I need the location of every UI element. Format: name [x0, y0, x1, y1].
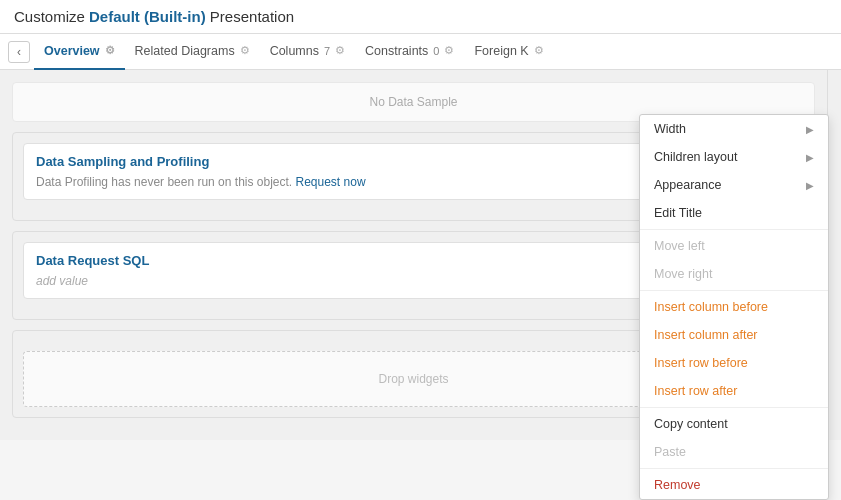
tab-columns-count: 7: [324, 45, 330, 57]
menu-item-move-left: Move left: [640, 232, 828, 260]
menu-item-remove[interactable]: Remove: [640, 471, 828, 499]
tab-columns-gear[interactable]: ⚙: [335, 44, 345, 57]
tab-nav-back[interactable]: ‹: [8, 41, 30, 63]
tab-constraints-gear[interactable]: ⚙: [444, 44, 454, 57]
tab-related-diagrams-gear[interactable]: ⚙: [240, 44, 250, 57]
tab-related-diagrams-label: Related Diagrams: [135, 44, 235, 58]
header-bold: Default (Built-in): [89, 8, 206, 25]
tab-columns[interactable]: Columns 7 ⚙: [260, 34, 355, 70]
menu-item-arrow-appearance: ▶: [806, 180, 814, 191]
tab-overview[interactable]: Overview ⚙: [34, 34, 125, 70]
tab-constraints-count: 0: [433, 45, 439, 57]
menu-item-appearance[interactable]: Appearance▶: [640, 171, 828, 199]
menu-item-label-width: Width: [654, 122, 686, 136]
menu-item-paste: Paste: [640, 438, 828, 466]
menu-item-label-insert-col-before: Insert column before: [654, 300, 768, 314]
menu-item-arrow-width: ▶: [806, 124, 814, 135]
menu-item-label-insert-row-before: Insert row before: [654, 356, 748, 370]
tab-overview-gear[interactable]: ⚙: [105, 44, 115, 57]
menu-item-label-move-left: Move left: [654, 239, 705, 253]
header-prefix: Customize: [14, 8, 89, 25]
tab-constraints-label: Constraints: [365, 44, 428, 58]
menu-item-arrow-children-layout: ▶: [806, 152, 814, 163]
tab-foreign-k-label: Foreign K: [474, 44, 528, 58]
divider3: [640, 407, 828, 408]
tab-foreign-k[interactable]: Foreign K ⚙: [464, 34, 553, 70]
menu-item-edit-title[interactable]: Edit Title: [640, 199, 828, 227]
main-wrapper: No Data Sample ⚙ ⚙ Data Sampling and Pro…: [0, 70, 841, 440]
no-data-sample-text: No Data Sample: [369, 95, 457, 109]
menu-item-children-layout[interactable]: Children layout▶: [640, 143, 828, 171]
menu-item-label-move-right: Move right: [654, 267, 712, 281]
right-scrollbar[interactable]: [827, 70, 841, 440]
menu-item-insert-col-after[interactable]: Insert column after: [640, 321, 828, 349]
menu-item-insert-row-after[interactable]: Insert row after: [640, 377, 828, 405]
divider2: [640, 290, 828, 291]
tab-foreign-k-gear[interactable]: ⚙: [534, 44, 544, 57]
divider1: [640, 229, 828, 230]
drop-zone-text: Drop widgets: [378, 372, 448, 386]
tabs-bar: ‹ Overview ⚙ Related Diagrams ⚙ Columns …: [0, 34, 841, 70]
context-menu: Width▶Children layout▶Appearance▶Edit Ti…: [639, 114, 829, 500]
menu-item-move-right: Move right: [640, 260, 828, 288]
menu-item-insert-row-before[interactable]: Insert row before: [640, 349, 828, 377]
tab-columns-label: Columns: [270, 44, 319, 58]
tab-related-diagrams[interactable]: Related Diagrams ⚙: [125, 34, 260, 70]
data-sampling-link[interactable]: Request now: [296, 175, 366, 189]
menu-item-label-insert-row-after: Insert row after: [654, 384, 737, 398]
menu-item-label-appearance: Appearance: [654, 178, 721, 192]
header-suffix: Presentation: [206, 8, 294, 25]
tab-overview-label: Overview: [44, 44, 100, 58]
menu-item-insert-col-before[interactable]: Insert column before: [640, 293, 828, 321]
menu-item-label-remove: Remove: [654, 478, 701, 492]
menu-item-label-copy-content: Copy content: [654, 417, 728, 431]
app-header: Customize Default (Built-in) Presentatio…: [0, 0, 841, 34]
menu-item-width[interactable]: Width▶: [640, 115, 828, 143]
menu-item-copy-content[interactable]: Copy content: [640, 410, 828, 438]
data-sampling-desc-text: Data Profiling has never been run on thi…: [36, 175, 292, 189]
menu-item-label-children-layout: Children layout: [654, 150, 737, 164]
menu-item-label-insert-col-after: Insert column after: [654, 328, 758, 342]
tab-constraints[interactable]: Constraints 0 ⚙: [355, 34, 464, 70]
divider4: [640, 468, 828, 469]
menu-item-label-paste: Paste: [654, 445, 686, 459]
menu-item-label-edit-title: Edit Title: [654, 206, 702, 220]
